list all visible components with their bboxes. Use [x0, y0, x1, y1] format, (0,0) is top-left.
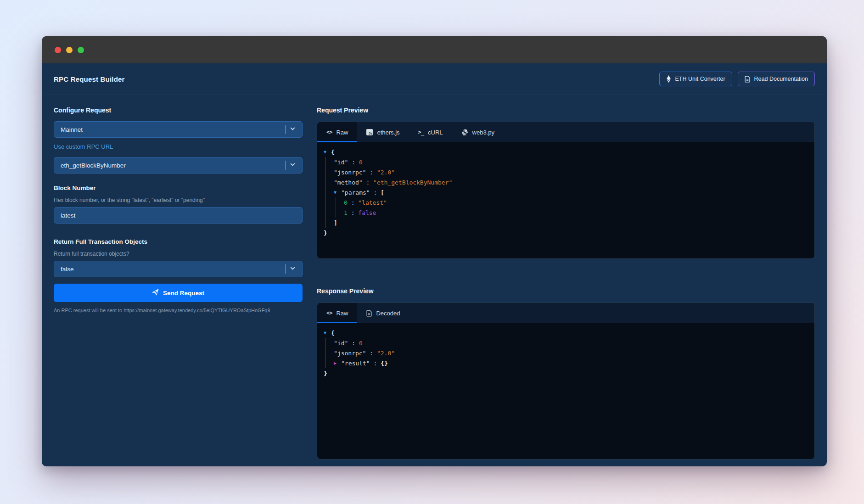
json-token-key: "params": [341, 189, 370, 196]
app-header: RPC Request Builder ETH Unit Converter R…: [42, 63, 827, 95]
send-request-button[interactable]: Send Request: [54, 284, 303, 302]
indent-guide: [325, 157, 334, 167]
network-select[interactable]: Mainnet: [54, 121, 303, 138]
expand-toggle-icon[interactable]: ▶: [334, 361, 340, 365]
json-token-key: "result": [341, 360, 370, 367]
json-token-key: "id": [334, 159, 348, 166]
full-tx-label: Return Full Transaction Objects: [54, 238, 303, 245]
json-token-num: 0: [359, 159, 363, 166]
terminal-icon: >_: [418, 129, 424, 135]
python-icon: [461, 129, 468, 136]
method-select-value: eth_getBlockByNumber: [61, 162, 126, 169]
page-title: RPC Request Builder: [54, 75, 125, 83]
select-divider: [285, 161, 286, 170]
full-tx-select-value: false: [61, 266, 74, 273]
full-tx-help: Return full transaction objects?: [54, 251, 303, 257]
tab-label: ethers.js: [377, 129, 399, 136]
tab-raw[interactable]: <>Raw: [317, 303, 357, 323]
js-icon: Js: [366, 129, 373, 135]
json-line: ]: [324, 218, 807, 228]
json-token-key: "method": [334, 179, 363, 186]
json-line: "jsonrpc" : "2.0": [324, 348, 807, 358]
json-token-brace: {: [331, 149, 335, 156]
indent-guide: [325, 167, 334, 177]
json-line: ▼{: [324, 328, 807, 338]
json-token-brace: }: [324, 370, 327, 377]
tab-label: cURL: [428, 129, 443, 136]
json-token-sep: :: [348, 340, 359, 347]
json-token-sep: :: [370, 360, 381, 367]
json-token-key: "jsonrpc": [334, 350, 366, 357]
json-token-sep: :: [348, 199, 358, 206]
json-token-brace: {: [331, 330, 335, 336]
response-preview-panel: <>RawDecoded ▼{"id" : 0"jsonrpc" : "2.0"…: [317, 302, 815, 459]
document-icon: [745, 76, 750, 83]
json-line: }: [324, 368, 807, 378]
configure-request-heading: Configure Request: [54, 107, 303, 113]
response-preview-heading: Response Preview: [317, 288, 815, 294]
eth-unit-converter-button[interactable]: ETH Unit Converter: [659, 72, 732, 86]
ethereum-icon: [666, 75, 671, 83]
use-custom-rpc-link[interactable]: Use custom RPC URL: [54, 143, 113, 150]
block-number-help: Hex block number, or the string "latest"…: [54, 197, 303, 203]
request-json-viewer: ▼{"id" : 0"jsonrpc" : "2.0""method" : "e…: [317, 142, 814, 258]
json-token-idx: 0: [344, 199, 348, 206]
send-request-label: Send Request: [163, 290, 204, 297]
indent-guide: [325, 218, 334, 228]
network-select-value: Mainnet: [61, 126, 83, 133]
json-line: ▶"result" : {}: [324, 358, 807, 368]
tab-curl[interactable]: >_cURL: [409, 122, 452, 142]
json-token-brace: [: [381, 189, 384, 196]
chevron-down-icon: [290, 162, 296, 169]
json-token-bool: false: [358, 209, 376, 216]
collapse-toggle-icon[interactable]: ▼: [324, 150, 330, 154]
json-line: "jsonrpc" : "2.0": [324, 167, 807, 177]
eth-unit-converter-label: ETH Unit Converter: [675, 76, 725, 82]
request-preview-heading: Request Preview: [317, 107, 815, 113]
json-line: 1 : false: [324, 207, 807, 218]
app-window: RPC Request Builder ETH Unit Converter R…: [42, 36, 827, 466]
json-line: "method" : "eth_getBlockByNumber": [324, 177, 807, 187]
json-line: ▼"params" : [: [324, 187, 807, 197]
close-window-button[interactable]: [55, 47, 61, 53]
indent-guide: [325, 358, 334, 368]
json-token-brace: ]: [334, 219, 337, 226]
request-preview-tabs: <>RawJsethers.js>_cURLweb3.py: [317, 122, 814, 142]
json-token-brace: {}: [381, 360, 388, 367]
json-token-sep: :: [348, 209, 358, 216]
request-preview-panel: <>RawJsethers.js>_cURLweb3.py ▼{"id" : 0…: [317, 122, 815, 259]
json-token-str: "eth_getBlockByNumber": [373, 179, 452, 186]
zoom-window-button[interactable]: [78, 47, 84, 53]
method-select[interactable]: eth_getBlockByNumber: [54, 157, 303, 174]
tab-web3-py[interactable]: web3.py: [452, 122, 504, 142]
read-documentation-button[interactable]: Read Documentation: [738, 72, 815, 86]
tab-label: Raw: [336, 310, 348, 317]
indent-guide: [325, 338, 334, 348]
minimize-window-button[interactable]: [66, 47, 73, 53]
select-controls: [285, 125, 296, 134]
document-icon: [366, 310, 372, 317]
header-actions: ETH Unit Converter Read Documentation: [659, 72, 815, 86]
block-number-label: Block Number: [54, 185, 303, 191]
indent-guide: [336, 207, 344, 218]
json-token-brace: }: [324, 230, 327, 236]
json-token-idx: 1: [344, 209, 348, 216]
select-divider: [285, 125, 286, 134]
collapse-toggle-icon[interactable]: ▼: [324, 331, 330, 335]
response-json-viewer: ▼{"id" : 0"jsonrpc" : "2.0"▶"result" : {…: [317, 323, 814, 459]
select-controls: [285, 161, 296, 170]
tab-raw[interactable]: <>Raw: [317, 122, 357, 142]
json-line: "id" : 0: [324, 338, 807, 348]
json-line: }: [324, 228, 807, 238]
select-controls: [285, 264, 296, 274]
json-token-str: "2.0": [377, 169, 395, 176]
tab-decoded[interactable]: Decoded: [357, 303, 409, 323]
collapse-toggle-icon[interactable]: ▼: [334, 190, 340, 195]
indent-guide: [325, 348, 334, 358]
tab-ethers-js[interactable]: Jsethers.js: [357, 122, 409, 142]
block-number-input[interactable]: latest: [54, 207, 303, 224]
full-tx-select[interactable]: false: [54, 261, 303, 277]
json-token-sep: :: [363, 179, 373, 186]
indent-guide: [325, 197, 334, 207]
json-token-str: "2.0": [377, 350, 395, 357]
